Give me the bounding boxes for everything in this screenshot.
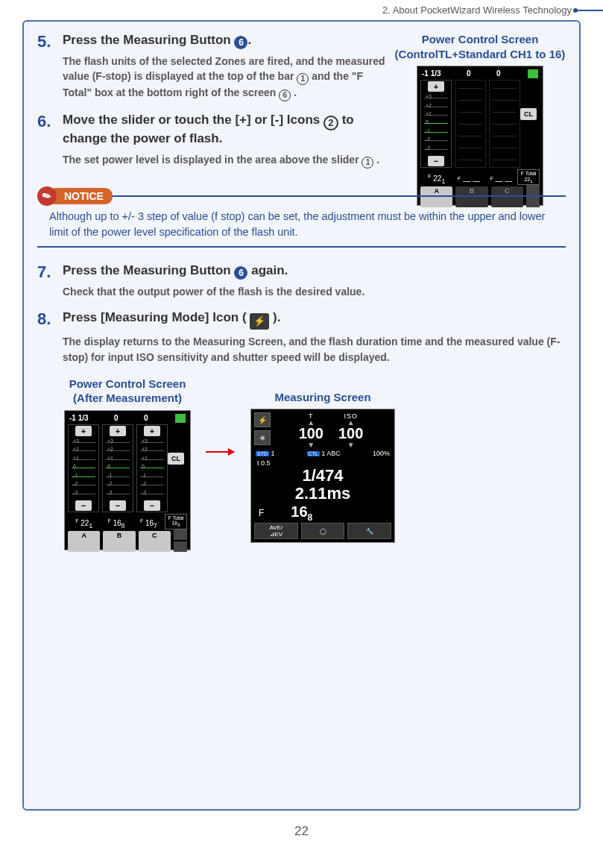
callout-1: 1 [362, 157, 373, 169]
flash-duration: 2.11ms [254, 485, 391, 503]
figure-caption: Power Control Screen (ControlTL+Standard… [394, 32, 566, 61]
ctl-tag: CTL [307, 451, 320, 456]
step-number: 7. [37, 262, 63, 282]
figure-caption: Measuring Screen [250, 390, 395, 405]
callout-2: 2 [323, 116, 338, 130]
step-6: 6. Move the slider or touch the [+] or [… [37, 112, 387, 169]
zone-offset-c: 0 [144, 414, 148, 423]
measuring-mode-icon: ⚡ [250, 313, 269, 330]
f-value-b: F 168 [100, 518, 132, 529]
step-description: The display returns to the Measuring Scr… [63, 334, 566, 365]
flash-mode-icon[interactable]: ⚡ [254, 412, 271, 427]
settings-icon[interactable]: ✳ [254, 430, 271, 445]
minus-button[interactable]: − [75, 500, 92, 511]
zone-offset-a: -1 1/3 [69, 414, 89, 423]
figure-caption: Power Control Screen (After Measurement) [64, 377, 191, 406]
zone-b-button[interactable]: B [103, 531, 135, 552]
tools-button[interactable]: 🔧 [347, 523, 391, 539]
step-7: 7. Press the Measuring Button 6 again. C… [37, 262, 566, 299]
measuring-screen: ⚡ ✳ T ▲ 100 ▼ [250, 409, 395, 543]
zone-c-button[interactable]: C [139, 531, 171, 552]
step-number: 6. [37, 112, 63, 131]
t-up-arrow[interactable]: ▲ [299, 420, 323, 425]
notice-rule-bottom [37, 246, 566, 248]
measuring-button-badge: 6 [234, 266, 247, 280]
step-5: 5. Press the Measuring Button 6. The fla… [37, 32, 387, 101]
figures-row: Power Control Screen (After Measurement)… [64, 377, 566, 550]
plus-button[interactable]: + [144, 426, 160, 436]
f-value-a: F 221 [420, 174, 452, 185]
f-total-box: F Total 163 [165, 514, 187, 529]
clear-button[interactable]: CL [168, 453, 184, 465]
zone-offset-b: 0 [467, 69, 471, 78]
step-8: 8. Press [Measuring Mode] Icon ( ⚡ ). Th… [37, 309, 566, 364]
measure-button[interactable]: ◯ [301, 523, 345, 539]
f-value-b: F — — [452, 176, 484, 185]
header-rule [576, 10, 603, 11]
plus-button[interactable]: + [110, 426, 126, 436]
flash-percent: 100% [373, 450, 390, 457]
caption-line1: Power Control Screen [422, 33, 539, 45]
step-title: Press the Measuring Button 6. [63, 32, 387, 49]
t-value: 100 [299, 425, 323, 442]
iso-up-arrow[interactable]: ▲ [338, 420, 363, 425]
f-value-c: F 167 [133, 518, 165, 529]
shutter-fraction: 1/474 [254, 467, 391, 485]
plus-button[interactable]: + [428, 81, 444, 92]
minus-button[interactable]: − [428, 156, 444, 166]
section-title: 2. About PocketWizard Wireless Technolog… [382, 4, 572, 16]
std-tag: STD [256, 451, 269, 456]
notice-icon: ✎ [37, 186, 57, 206]
figure-power-control-top: Power Control Screen (ControlTL+Standard… [394, 32, 566, 206]
zone-offset-a: -1 1/3 [422, 69, 441, 78]
arrow-icon [206, 377, 236, 526]
step-number: 5. [37, 32, 63, 51]
t05-label: t 0.5 [254, 459, 391, 467]
figure-after-measurement: Power Control Screen (After Measurement)… [64, 377, 191, 550]
callout-1: 1 [297, 73, 309, 85]
power-control-screen-1: -1 1/3 0 0 + +3 +2 +1 0 [417, 66, 543, 206]
step-title: Move the slider or touch the [+] or [-] … [63, 112, 387, 148]
flash-ready-icon [528, 69, 538, 78]
step-title: Press [Measuring Mode] Icon ( ⚡ ). [63, 309, 566, 330]
section-header: 2. About PocketWizard Wireless Technolog… [0, 0, 603, 20]
callout-6: 6 [279, 89, 291, 101]
step-title: Press the Measuring Button 6 again. [63, 262, 566, 280]
flash-ready-icon [175, 414, 186, 423]
f-total-box: F Total 221 [517, 169, 540, 185]
power-control-screen-2: -1 1/3 0 0 + +3 +2 +1 [64, 410, 191, 550]
iso-down-arrow[interactable]: ▼ [338, 442, 363, 447]
content-panel: Power Control Screen (ControlTL+Standard… [22, 20, 581, 811]
plus-button[interactable]: + [75, 426, 92, 436]
f-value: 168 [291, 503, 312, 523]
step-description: The flash units of the selected Zones ar… [63, 54, 387, 101]
iso-value: 100 [338, 425, 363, 442]
clear-button[interactable]: CL [520, 108, 537, 120]
page-number: 22 [0, 824, 603, 839]
minus-button[interactable]: − [110, 500, 126, 511]
zone-offset-b: 0 [114, 414, 119, 423]
step-description: Check that the output power of the flash… [63, 284, 566, 299]
nav-icon[interactable] [174, 529, 187, 552]
caption-line2: (ControlTL+Standard CH1 to 16) [395, 48, 566, 60]
figure-measuring-screen: Measuring Screen ⚡ ✳ T ▲ 10 [250, 390, 395, 544]
t-down-arrow[interactable]: ▼ [299, 442, 323, 447]
measuring-button-badge: 6 [234, 36, 247, 49]
zone-offset-c: 0 [496, 69, 501, 78]
ave-ev-button[interactable]: AVE/⊿EV [254, 523, 298, 539]
f-label: F [259, 508, 264, 518]
notice-block: ✎ NOTICE Although up to +/- 3 step of va… [24, 195, 579, 248]
f-value-a: F 221 [68, 518, 100, 529]
notice-label: NOTICE [54, 188, 113, 204]
step-description: The set power level is displayed in the … [63, 152, 387, 169]
zone-a-button[interactable]: A [68, 531, 100, 552]
f-value-c: F — — [485, 176, 517, 185]
minus-button[interactable]: − [144, 500, 160, 511]
step-number: 8. [37, 309, 63, 329]
